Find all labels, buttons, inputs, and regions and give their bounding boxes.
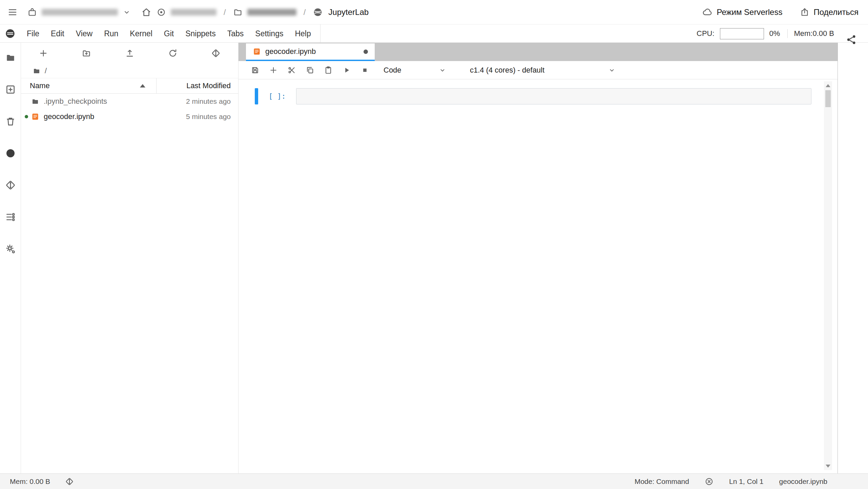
cpu-usage-bar (720, 28, 764, 39)
refresh-button[interactable] (168, 48, 178, 58)
notebook-content: [ ]: (239, 79, 838, 473)
menu-kernel[interactable]: Kernel (124, 24, 158, 43)
menu-snippets[interactable]: Snippets (180, 24, 222, 43)
chevron-down-icon (608, 66, 616, 74)
menu-end-divider (320, 24, 321, 43)
folder-icon (233, 7, 243, 17)
hamburger-icon (7, 7, 18, 17)
file-browser-toolbar (21, 43, 238, 64)
new-launcher-button[interactable] (39, 48, 48, 58)
cell-type-select[interactable]: Code (384, 66, 446, 75)
run-icon (342, 66, 351, 75)
stop-kernel-button[interactable] (360, 66, 369, 75)
folder-icon (33, 67, 41, 75)
breadcrumb-separator: / (222, 7, 228, 17)
menu-file[interactable]: File (21, 24, 45, 43)
git-icon (211, 48, 221, 58)
open-file-dot (25, 115, 28, 118)
hamburger-menu-button[interactable] (7, 7, 18, 17)
sidebar-files-button[interactable] (5, 52, 16, 63)
sidebar-git-button[interactable] (5, 180, 16, 191)
chevron-down-icon (439, 66, 446, 74)
arrow-up-icon (826, 84, 830, 87)
sidebar-settings-button[interactable] (5, 243, 16, 254)
list-icon (5, 212, 16, 222)
menu-help[interactable]: Help (289, 24, 316, 43)
arrow-down-icon (826, 465, 830, 468)
upload-button[interactable] (125, 48, 135, 58)
top-bar: / / JupyterLab Режим Serverless Поделить… (0, 0, 868, 24)
menu-git[interactable]: Git (158, 24, 180, 43)
sidebar-running-button[interactable] (5, 148, 16, 159)
run-cell-button[interactable] (342, 66, 351, 75)
folder-breadcrumb-item[interactable] (233, 7, 296, 17)
file-modified: 2 minutes ago (186, 97, 238, 105)
scrollbar-thumb[interactable] (825, 90, 831, 107)
menu-view[interactable]: View (70, 24, 98, 43)
kernel-select[interactable]: c1.4 (4 cores) - default (470, 66, 616, 75)
folder-plus-icon (82, 48, 91, 58)
file-row-checkpoints[interactable]: .ipynb_checkpoints 2 minutes ago (21, 94, 238, 109)
command-mode-indicator[interactable]: Mode: Command (635, 477, 689, 486)
jupyter-logo-icon (313, 7, 323, 17)
scroll-up-button[interactable] (824, 81, 832, 90)
paste-cell-button[interactable] (324, 66, 333, 75)
home-button[interactable] (141, 7, 151, 17)
column-header-modified[interactable]: Last Modified (157, 81, 238, 90)
menu-tabs[interactable]: Tabs (222, 24, 250, 43)
workspace-switcher[interactable] (27, 7, 131, 17)
menu-run[interactable]: Run (98, 24, 124, 43)
stop-icon (360, 66, 369, 75)
copy-cell-button[interactable] (306, 66, 314, 75)
cell-input-editor[interactable] (296, 88, 811, 104)
sidebar-new-resource-button[interactable] (5, 84, 16, 95)
notebook-scrollbar[interactable] (824, 81, 832, 470)
notebook-toolbar: Code c1.4 (4 cores) - default (239, 61, 838, 79)
menu-edit[interactable]: Edit (45, 24, 70, 43)
scroll-down-button[interactable] (824, 462, 832, 470)
cpu-percent: 0% (769, 29, 780, 38)
file-browser-breadcrumb: / (21, 64, 238, 78)
notebook-icon (31, 113, 39, 121)
plus-icon (269, 66, 278, 75)
save-button[interactable] (251, 66, 260, 75)
folder-icon (31, 97, 39, 105)
file-list-header: Name Last Modified (21, 78, 238, 94)
share-arrow-icon (800, 7, 809, 17)
code-cell: [ ]: (255, 88, 811, 104)
share-nodes-button[interactable] (846, 34, 857, 47)
cursor-position-indicator[interactable]: Ln 1, Col 1 (729, 477, 764, 486)
cut-cell-button[interactable] (287, 66, 296, 75)
file-name: geocoder.ipynb (44, 112, 94, 121)
git-clone-button[interactable] (211, 48, 221, 58)
gears-icon (5, 243, 16, 254)
tab-title: geocoder.ipynb (265, 47, 316, 56)
active-cell-collapser[interactable] (255, 88, 258, 104)
project-breadcrumb-item[interactable] (157, 7, 216, 17)
sidebar-storage-button[interactable] (5, 116, 16, 127)
file-row-geocoder[interactable]: geocoder.ipynb 5 minutes ago (21, 109, 238, 124)
unsaved-changes-dot[interactable] (364, 50, 368, 54)
serverless-mode-button[interactable]: Режим Serverless (702, 7, 782, 17)
jupyterlab-label: JupyterLab (328, 7, 369, 17)
tab-geocoder-ipynb[interactable]: geocoder.ipynb (246, 43, 375, 61)
breadcrumb-separator: / (302, 7, 308, 17)
share-button[interactable]: Поделиться (800, 7, 859, 17)
sidebar-sessions-button[interactable] (5, 212, 16, 222)
add-cell-button[interactable] (269, 66, 278, 75)
menu-settings[interactable]: Settings (249, 24, 289, 43)
redacted-task-name (247, 9, 296, 16)
git-status-icon (65, 477, 74, 486)
notebook-icon (253, 47, 261, 56)
clipboard-icon (324, 66, 333, 75)
new-folder-button[interactable] (82, 48, 91, 58)
menu-bar: File Edit View Run Kernel Git Snippets T… (0, 24, 868, 43)
left-sidebar (0, 43, 21, 473)
plus-icon (39, 48, 48, 58)
share-nodes-icon (846, 34, 857, 45)
file-modified: 5 minutes ago (186, 113, 238, 121)
breadcrumb-root[interactable]: / (45, 66, 47, 75)
cloud-icon (702, 7, 712, 17)
memory-usage: Mem:0.00 B (787, 29, 834, 38)
column-header-name[interactable]: Name (21, 78, 157, 93)
